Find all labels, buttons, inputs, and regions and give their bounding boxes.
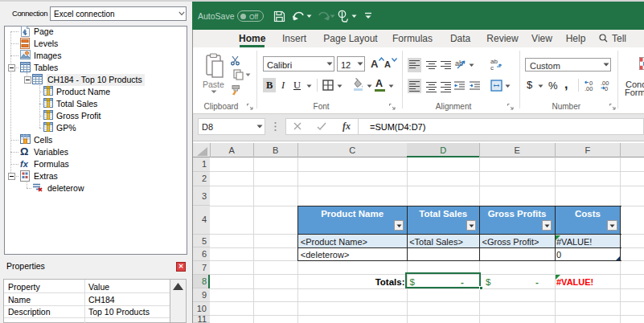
svg-text:0: 0 — [605, 85, 608, 91]
svg-text:.00: .00 — [585, 85, 593, 91]
svg-text:c: c — [490, 64, 494, 70]
